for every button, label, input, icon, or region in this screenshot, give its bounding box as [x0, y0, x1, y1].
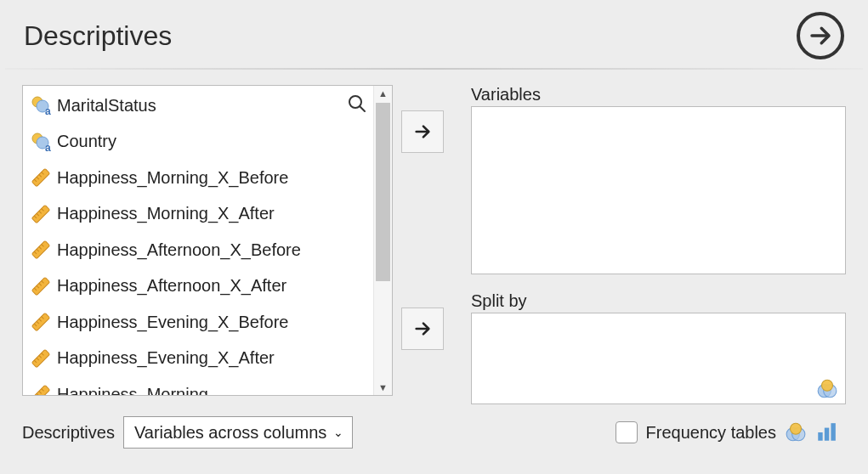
- ruler-icon: [30, 167, 52, 188]
- list-item[interactable]: Happiness_Evening_X_Before: [23, 304, 373, 341]
- list-item[interactable]: Happiness_Afternoon_X_After: [23, 268, 373, 305]
- variable-name: Happiness_Evening_X_After: [52, 348, 275, 368]
- descriptives-mode-select[interactable]: Variables across columns ⌄: [123, 416, 353, 449]
- bars-icon: [815, 421, 837, 443]
- available-variables-list[interactable]: MaritalStatusCountryHappiness_Morning_X_…: [22, 85, 393, 396]
- list-item[interactable]: Happiness_Evening_X_After: [23, 341, 373, 377]
- list-item[interactable]: MaritalStatus: [23, 87, 373, 124]
- nominal-text-icon: [30, 95, 52, 116]
- move-to-split-button[interactable]: [401, 308, 444, 350]
- select-value: Variables across columns: [134, 423, 326, 443]
- variable-name: Country: [52, 132, 116, 151]
- scroll-thumb[interactable]: [376, 103, 390, 281]
- list-item[interactable]: Happiness_Morning_X_Before: [23, 160, 373, 196]
- variable-name: Happiness_Afternoon_X_After: [52, 276, 286, 296]
- ruler-icon: [30, 348, 52, 369]
- ruler-icon: [30, 240, 52, 260]
- move-to-variables-button[interactable]: [401, 110, 444, 153]
- run-button[interactable]: [797, 12, 844, 59]
- search-button[interactable]: [347, 93, 367, 118]
- split-dropbox[interactable]: [471, 313, 846, 404]
- variable-name: MaritalStatus: [52, 96, 156, 116]
- descriptives-mode-label: Descriptives: [22, 423, 115, 443]
- search-icon: [347, 93, 367, 114]
- ruler-icon: [30, 312, 52, 332]
- scroll-down-icon[interactable]: ▼: [374, 380, 392, 395]
- scroll-up-icon[interactable]: ▲: [374, 86, 392, 101]
- page-title: Descriptives: [24, 20, 172, 52]
- frequency-tables-label: Frequency tables: [646, 423, 776, 443]
- variable-name: Happiness_Afternoon_X_Before: [52, 240, 301, 260]
- list-item[interactable]: Happiness_Afternoon_X_Before: [23, 232, 373, 268]
- ruler-icon: [30, 384, 52, 395]
- nominal-text-icon: [30, 132, 52, 152]
- arrow-right-icon: [808, 23, 833, 48]
- variable-name: Happiness_Morning_X_Before: [52, 168, 288, 188]
- divider: [5, 68, 863, 70]
- list-item[interactable]: Happiness_Morning: [23, 376, 373, 395]
- venn-icon: [785, 421, 807, 443]
- list-item[interactable]: Country: [23, 124, 373, 161]
- split-label: Split by: [471, 291, 846, 311]
- frequency-tables-checkbox[interactable]: [616, 421, 638, 443]
- list-item[interactable]: Happiness_Morning_X_After: [23, 196, 373, 233]
- chevron-down-icon: ⌄: [333, 426, 343, 439]
- venn-icon: [816, 378, 838, 400]
- variable-name: Happiness_Evening_X_Before: [52, 313, 288, 332]
- ruler-icon: [30, 276, 52, 296]
- variable-name: Happiness_Morning: [52, 385, 208, 395]
- scrollbar[interactable]: ▲ ▼: [373, 86, 392, 395]
- arrow-right-icon: [413, 319, 432, 338]
- variables-label: Variables: [471, 85, 846, 104]
- variables-dropbox[interactable]: [471, 106, 846, 274]
- ruler-icon: [30, 204, 52, 224]
- variable-name: Happiness_Morning_X_After: [52, 204, 275, 223]
- arrow-right-icon: [413, 122, 432, 141]
